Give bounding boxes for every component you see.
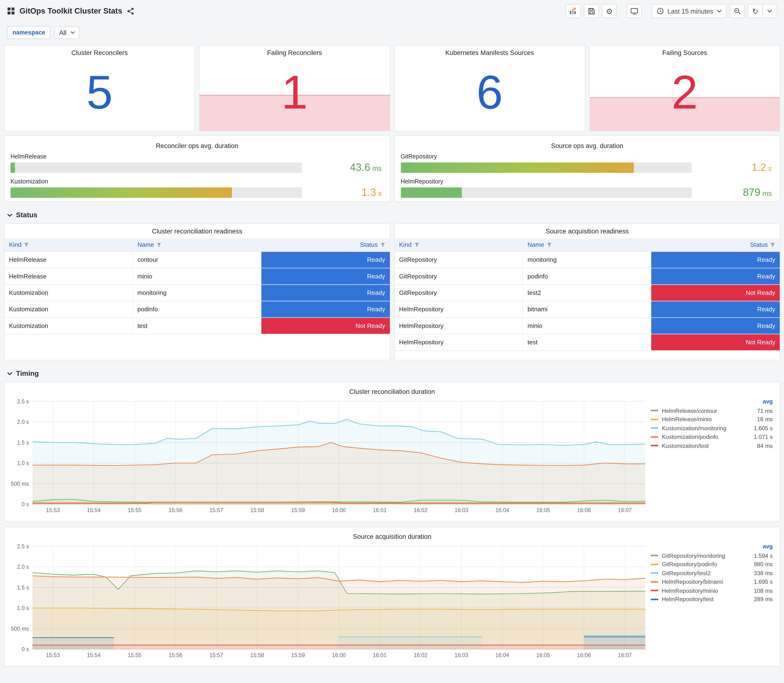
legend-avg-header[interactable]: avg xyxy=(651,543,773,552)
legend-item[interactable]: Kustomization/podinfo1.071 s xyxy=(651,433,773,441)
series-color-dash xyxy=(651,598,659,600)
filter-icon xyxy=(157,242,162,247)
refresh-interval-dropdown[interactable] xyxy=(762,4,777,18)
column-header-name[interactable]: Name xyxy=(523,239,651,252)
save-icon[interactable] xyxy=(584,4,599,18)
cell-kind: HelmRepository xyxy=(394,301,523,318)
status-badge: Ready xyxy=(651,268,780,285)
gauge-row-gitrepository: GitRepository 1.2s xyxy=(401,153,774,173)
svg-text:2.0 s: 2.0 s xyxy=(17,564,29,570)
stat-value: 6 xyxy=(394,53,585,131)
svg-text:16:01: 16:01 xyxy=(373,652,386,658)
panel-title[interactable]: Kubernetes Manifests Sources xyxy=(394,45,585,57)
status-badge: Not Ready xyxy=(651,285,780,301)
svg-text:16:06: 16:06 xyxy=(577,652,591,658)
column-header-kind[interactable]: Kind xyxy=(5,239,133,252)
tables-row: Cluster reconciliation readiness Kind Na… xyxy=(0,223,784,360)
variable-namespace-label[interactable]: namespace xyxy=(7,26,50,39)
svg-text:2.0 s: 2.0 s xyxy=(17,419,29,425)
panel-title[interactable]: Cluster reconciliation duration xyxy=(8,384,776,396)
status-badge: Ready xyxy=(651,318,780,334)
panel-title[interactable]: Source acquisition duration xyxy=(8,529,776,541)
svg-text:16:02: 16:02 xyxy=(414,507,428,513)
legend-item[interactable]: HelmRepository/bitnami1.695 s xyxy=(651,577,773,586)
svg-text:15:57: 15:57 xyxy=(210,507,223,513)
cell-kind: HelmRelease xyxy=(5,252,133,268)
svg-text:1.0 s: 1.0 s xyxy=(17,460,29,466)
cell-kind: GitRepository xyxy=(394,285,523,301)
panel-title[interactable]: Failing Reconcilers xyxy=(199,45,390,57)
svg-text:16:03: 16:03 xyxy=(455,507,468,513)
panel-title[interactable]: Cluster reconciliation readiness xyxy=(5,224,390,236)
column-header-kind[interactable]: Kind xyxy=(394,239,523,252)
cell-name: test2 xyxy=(523,285,651,301)
svg-text:0 s: 0 s xyxy=(22,646,29,652)
panel-title[interactable]: Failing Sources xyxy=(590,45,780,57)
status-badge: Ready xyxy=(261,268,390,285)
gauge-track xyxy=(10,187,301,197)
series-color-dash xyxy=(651,590,659,592)
tv-icon[interactable] xyxy=(627,4,642,18)
svg-text:500 ms: 500 ms xyxy=(11,626,29,632)
clock-icon xyxy=(657,7,664,14)
legend-item[interactable]: HelmRepository/minio108 ms xyxy=(651,586,773,595)
gauge-label: GitRepository xyxy=(401,153,692,160)
legend-item[interactable]: Kustomization/monitoring1.605 s xyxy=(651,424,773,433)
gauge-track xyxy=(401,187,692,197)
svg-text:16:06: 16:06 xyxy=(577,507,591,513)
panel-title[interactable]: Cluster Reconcilers xyxy=(5,45,195,57)
status-badge: Ready xyxy=(261,252,390,268)
legend-item[interactable]: HelmRepository/test289 ms xyxy=(651,595,773,604)
apps-icon[interactable] xyxy=(7,7,15,15)
filter-icon xyxy=(414,242,419,247)
svg-text:2.5 s: 2.5 s xyxy=(17,543,29,550)
column-header-name[interactable]: Name xyxy=(133,239,261,252)
gear-icon[interactable]: ⚙ xyxy=(602,4,617,18)
header: GitOps Toolkit Cluster Stats ⚙ Las xyxy=(0,0,784,22)
refresh-icon[interactable]: ↻ xyxy=(748,4,763,18)
add-panel-button[interactable] xyxy=(566,4,581,18)
gauge-value: 879ms xyxy=(698,186,774,198)
zoom-out-icon[interactable] xyxy=(730,4,745,18)
section-timing[interactable]: Timing xyxy=(0,364,784,382)
cell-kind: GitRepository xyxy=(394,252,523,268)
cell-name: bitnami xyxy=(523,301,651,318)
panel-title[interactable]: Source acquisition readiness xyxy=(394,224,780,236)
column-header-status[interactable]: Status xyxy=(261,239,390,252)
gauge-bar xyxy=(10,162,15,173)
legend-item[interactable]: Kustomization/test84 ms xyxy=(651,441,773,450)
series-color-dash xyxy=(651,572,659,574)
variables-row: namespace All xyxy=(0,22,784,45)
cell-name: contour xyxy=(133,252,261,268)
column-header-status[interactable]: Status xyxy=(651,239,780,252)
panel-title[interactable]: Reconciler ops avg. duration xyxy=(10,138,384,151)
panel-title[interactable]: Source ops avg. duration xyxy=(401,138,774,151)
svg-text:16:02: 16:02 xyxy=(414,652,428,658)
legend-item[interactable]: HelmRelease/contour71 ms xyxy=(651,406,773,415)
cell-name: monitoring xyxy=(133,285,261,301)
section-status[interactable]: Status xyxy=(0,206,784,223)
cell-name: test xyxy=(523,334,651,351)
svg-text:15:53: 15:53 xyxy=(46,507,60,513)
cluster-reconciliation-duration-chart[interactable]: 15:5315:5415:5515:5615:5715:5815:5916:00… xyxy=(8,396,650,515)
section-status-label: Status xyxy=(16,211,37,219)
stats-row: Cluster Reconcilers 5 Failing Reconciler… xyxy=(0,45,784,131)
legend-item[interactable]: GitRepository/podinfo980 ms xyxy=(651,560,773,569)
svg-text:16:05: 16:05 xyxy=(536,507,550,513)
time-range-picker[interactable]: Last 15 minutes xyxy=(652,4,727,18)
cell-name: minio xyxy=(523,318,651,334)
page-title: GitOps Toolkit Cluster Stats xyxy=(19,6,122,16)
svg-text:15:59: 15:59 xyxy=(291,507,305,513)
svg-text:16:04: 16:04 xyxy=(495,507,509,513)
svg-text:15:57: 15:57 xyxy=(210,652,223,658)
svg-text:16:07: 16:07 xyxy=(618,507,632,513)
time-range-label: Last 15 minutes xyxy=(667,7,713,14)
legend-item[interactable]: HelmRelease/minio16 ms xyxy=(651,415,773,424)
cluster-reconciliation-readiness-panel: Cluster reconciliation readiness Kind Na… xyxy=(4,223,390,360)
variable-namespace-select[interactable]: All xyxy=(55,26,80,39)
legend-avg-header[interactable]: avg xyxy=(651,398,773,406)
share-icon[interactable] xyxy=(127,7,134,14)
legend-item[interactable]: GitRepository/monitoring1.594 s xyxy=(651,551,773,560)
legend-item[interactable]: GitRepository/test2338 ms xyxy=(651,569,773,577)
source-acquisition-duration-chart[interactable]: 15:5315:5415:5515:5615:5715:5815:5916:00… xyxy=(8,541,650,660)
